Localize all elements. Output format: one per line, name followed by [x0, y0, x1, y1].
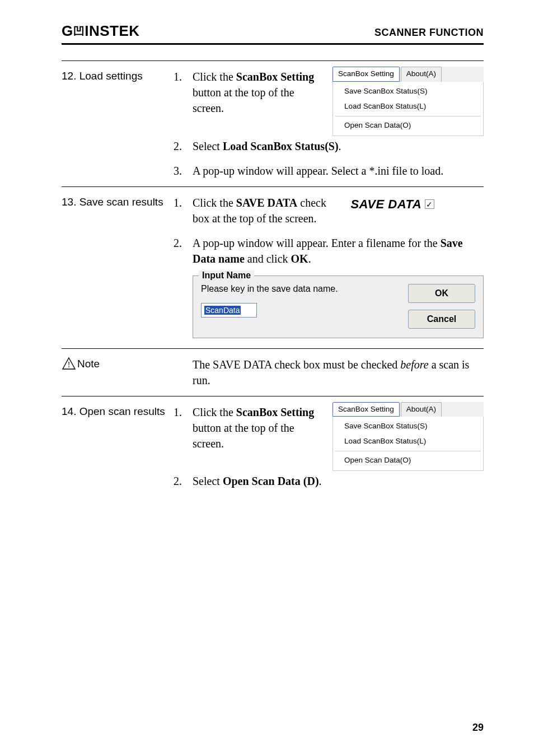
dialog-input-value: ScanData — [204, 306, 241, 315]
step-14-2-text: Select Open Scan Data (D). — [193, 473, 484, 489]
step-12-label: 12. Load settings — [62, 69, 174, 83]
menu-save-status-2[interactable]: Save ScanBox Status(S) — [333, 419, 483, 434]
brand-logo: G凹INSTEK — [62, 22, 140, 40]
step-14-row: 14. Open scan results 1. Click the ScanB… — [62, 396, 484, 474]
tab-scanbox-setting[interactable]: ScanBox Setting — [332, 67, 400, 82]
menu-load-status-2[interactable]: Load ScanBox Status(L) — [333, 434, 483, 449]
brand-g: G — [62, 22, 73, 39]
note-text-label: Note — [77, 357, 100, 371]
step-13-1-body: Click the SAVE DATA check box at the top… — [193, 195, 484, 226]
tab-about-2[interactable]: About(A) — [401, 402, 442, 417]
checkbox-icon[interactable]: ✓ — [425, 199, 434, 209]
page-header: G凹INSTEK SCANNER FUNCTION — [62, 22, 484, 40]
step-13-2-row: 2. A pop-up window will appear. Enter a … — [62, 231, 484, 270]
menu-open-data[interactable]: Open Scan Data(O) — [333, 118, 483, 133]
dialog-legend: Input Name — [199, 270, 254, 281]
menu-load-status[interactable]: Load ScanBox Status(L) — [333, 99, 483, 114]
note-body: The SAVE DATA check box must be checked … — [193, 357, 484, 388]
step-13-2-text: A pop-up window will appear. Enter a fil… — [193, 235, 484, 267]
step-12-1-body: Click the ScanBox Setting button at the … — [193, 69, 484, 136]
menu-save-status[interactable]: Save ScanBox Status(S) — [333, 84, 483, 99]
step-14-2-num: 2. — [174, 473, 193, 489]
brand-u-icon: 凹 — [73, 24, 85, 39]
dialog-input[interactable]: ScanData — [201, 303, 257, 318]
step-12-2-row: 2. Select Load ScanBox Status(S). — [62, 138, 484, 158]
step-12-3-row: 3. A pop-up window will appear. Select a… — [62, 158, 484, 186]
cancel-button[interactable]: Cancel — [408, 310, 475, 329]
header-rule — [62, 43, 484, 45]
note-label: ! Note — [62, 357, 174, 371]
input-name-dialog: Input Name Please key in the save data n… — [193, 276, 484, 338]
step-14-1-body: Click the ScanBox Setting button at the … — [193, 404, 484, 472]
step-14-2-row: 2. Select Open Scan Data (D). — [62, 473, 484, 497]
step-13-row: 13. Save scan results 1. Click the SAVE … — [62, 187, 484, 231]
section-title: SCANNER FUNCTION — [374, 27, 484, 39]
menu-separator-2 — [335, 451, 481, 451]
dialog-prompt: Please key in the save data name. — [201, 284, 398, 294]
note-row: ! Note The SAVE DATA check box must be c… — [62, 349, 484, 396]
tab-scanbox-setting-2[interactable]: ScanBox Setting — [332, 402, 400, 417]
step-14-label: 14. Open scan results — [62, 404, 174, 419]
menu-dropdown: Save ScanBox Status(S) Load ScanBox Stat… — [332, 82, 484, 136]
content: 12. Load settings 1. Click the ScanBox S… — [62, 60, 484, 497]
save-data-checkbox-image: SAVE DATA ✓ — [350, 195, 434, 213]
step-12-3-num: 3. — [174, 163, 193, 179]
warning-icon: ! — [62, 357, 76, 370]
ok-button[interactable]: OK — [408, 284, 475, 303]
step-13-2-num: 2. — [174, 235, 193, 251]
step-12-1-text: Click the ScanBox Setting button at the … — [193, 69, 326, 116]
step-12-1-num: 1. — [174, 69, 193, 85]
tab-about[interactable]: About(A) — [401, 67, 442, 82]
step-14-1-num: 1. — [174, 404, 193, 420]
svg-text:!: ! — [68, 361, 71, 369]
scanbox-menu-1: ScanBox Setting About(A) Save ScanBox St… — [332, 67, 484, 136]
menu-tabs-2: ScanBox Setting About(A) — [332, 402, 484, 417]
step-12-row: 12. Load settings 1. Click the ScanBox S… — [62, 61, 484, 138]
step-14-1-text: Click the ScanBox Setting button at the … — [193, 404, 326, 451]
step-12-2-num: 2. — [174, 138, 193, 154]
scanbox-menu-2: ScanBox Setting About(A) Save ScanBox St… — [332, 402, 484, 472]
menu-tabs: ScanBox Setting About(A) — [332, 67, 484, 82]
brand-suffix: INSTEK — [85, 22, 139, 39]
step-12-3-text: A pop-up window will appear. Select a *.… — [193, 163, 484, 179]
step-13-1-num: 1. — [174, 195, 193, 211]
save-data-text: SAVE DATA — [350, 196, 421, 213]
menu-separator — [335, 116, 481, 116]
menu-open-data-2[interactable]: Open Scan Data(O) — [333, 453, 483, 468]
step-13-1-text: Click the SAVE DATA check box at the top… — [193, 195, 344, 226]
step-13-label: 13. Save scan results — [62, 195, 174, 209]
page-number: 29 — [472, 722, 484, 734]
step-12-2-text: Select Load ScanBox Status(S). — [193, 138, 484, 154]
menu-dropdown-2: Save ScanBox Status(S) Load ScanBox Stat… — [332, 417, 484, 471]
